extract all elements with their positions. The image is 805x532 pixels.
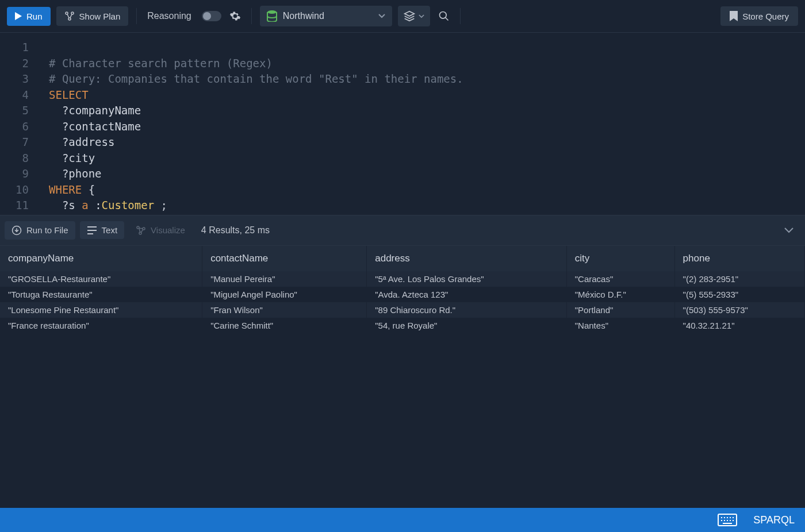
- show-plan-button[interactable]: Show Plan: [56, 6, 129, 26]
- table-cell[interactable]: "5ª Ave. Los Palos Grandes": [367, 271, 567, 287]
- code-line[interactable]: SELECT: [49, 87, 805, 103]
- svg-point-1: [71, 12, 74, 14]
- code-line[interactable]: ?companyName: [49, 103, 805, 119]
- divider: [251, 8, 252, 24]
- layers-button[interactable]: [398, 6, 430, 26]
- chevron-down-icon: [378, 14, 385, 18]
- run-button[interactable]: Run: [7, 7, 51, 26]
- keyboard-button[interactable]: [718, 514, 737, 526]
- table-cell[interactable]: "Fran Wilson": [202, 302, 367, 318]
- table-cell[interactable]: "Tortuga Restaurante": [0, 287, 202, 302]
- line-number: 8: [0, 151, 29, 167]
- top-toolbar: Run Show Plan Reasoning Northwind: [0, 0, 805, 33]
- code-line[interactable]: ?s a :Customer ;: [49, 198, 805, 214]
- chevron-down-icon: [784, 228, 793, 233]
- line-number: 2: [0, 56, 29, 72]
- table-cell[interactable]: "(2) 283-2951": [674, 271, 804, 287]
- table-cell[interactable]: "40.32.21.21": [674, 318, 804, 333]
- line-number: 5: [0, 103, 29, 119]
- results-empty-area: [0, 333, 805, 508]
- code-line[interactable]: # Character search pattern (Regex): [49, 56, 805, 72]
- code-line[interactable]: WHERE {: [49, 182, 805, 198]
- text-label: Text: [102, 225, 118, 235]
- table-cell[interactable]: "Carine Schmitt": [202, 318, 367, 333]
- show-plan-label: Show Plan: [79, 11, 121, 21]
- results-toolbar: Run to File Text Visualize 4 Results, 25…: [0, 215, 805, 246]
- table-cell[interactable]: "(503) 555-9573": [674, 302, 804, 318]
- code-line[interactable]: ?city: [49, 151, 805, 167]
- line-number: 1: [0, 40, 29, 56]
- plan-icon: [64, 11, 75, 21]
- column-header[interactable]: companyName: [0, 246, 202, 271]
- database-icon: [267, 10, 277, 22]
- results-header-row: companyNamecontactNameaddresscityphone: [0, 246, 805, 271]
- results-table: companyNamecontactNameaddresscityphone "…: [0, 246, 805, 333]
- layers-icon: [404, 10, 415, 22]
- column-header[interactable]: contactName: [202, 246, 367, 271]
- table-cell[interactable]: "54, rue Royale": [367, 318, 567, 333]
- run-to-file-label: Run to File: [26, 225, 68, 235]
- table-row[interactable]: "France restauration""Carine Schmitt""54…: [0, 318, 805, 333]
- table-row[interactable]: "GROSELLA-Restaurante""Manuel Pereira""5…: [0, 271, 805, 287]
- code-line[interactable]: [49, 40, 805, 56]
- table-row[interactable]: "Tortuga Restaurante""Miguel Angel Paoli…: [0, 287, 805, 302]
- divider: [460, 8, 461, 24]
- language-indicator[interactable]: SPARQL: [753, 514, 795, 526]
- store-query-label: Store Query: [742, 11, 789, 21]
- table-cell[interactable]: "Portland": [566, 302, 674, 318]
- play-icon: [15, 12, 22, 20]
- line-number: 4: [0, 87, 29, 103]
- settings-gear-button[interactable]: [227, 8, 243, 24]
- query-editor[interactable]: 1234567891011121314151617181920 # Charac…: [0, 33, 805, 215]
- table-cell[interactable]: "GROSELLA-Restaurante": [0, 271, 202, 287]
- code-line[interactable]: ?contactName: [49, 119, 805, 135]
- table-cell[interactable]: "89 Chiaroscuro Rd.": [367, 302, 567, 318]
- gear-icon: [229, 10, 241, 22]
- table-cell[interactable]: "Caracas": [566, 271, 674, 287]
- status-bar: SPARQL: [0, 508, 805, 532]
- code-line[interactable]: # Query: Companies that contain the word…: [49, 71, 805, 87]
- svg-point-0: [66, 12, 68, 14]
- reasoning-toggle[interactable]: [202, 11, 221, 21]
- svg-point-4: [439, 12, 446, 19]
- svg-point-2: [68, 18, 71, 20]
- table-cell[interactable]: "France restauration": [0, 318, 202, 333]
- table-row[interactable]: "Lonesome Pine Restaurant""Fran Wilson""…: [0, 302, 805, 318]
- line-number: 9: [0, 166, 29, 182]
- store-query-button[interactable]: Store Query: [720, 6, 798, 26]
- line-number-gutter: 1234567891011121314151617181920: [0, 40, 37, 215]
- table-cell[interactable]: "México D.F.": [566, 287, 674, 302]
- table-cell[interactable]: "Lonesome Pine Restaurant": [0, 302, 202, 318]
- table-cell[interactable]: "(5) 555-2933": [674, 287, 804, 302]
- divider: [136, 8, 137, 24]
- download-icon: [12, 225, 22, 236]
- column-header[interactable]: address: [367, 246, 567, 271]
- line-number: 7: [0, 134, 29, 151]
- code-line[interactable]: ?address: [49, 134, 805, 151]
- collapse-results-button[interactable]: [784, 228, 800, 233]
- line-number: 10: [0, 182, 29, 198]
- run-to-file-button[interactable]: Run to File: [5, 221, 75, 240]
- svg-point-3: [267, 10, 277, 14]
- table-cell[interactable]: "Avda. Azteca 123": [367, 287, 567, 302]
- column-header[interactable]: city: [566, 246, 674, 271]
- line-number: 6: [0, 119, 29, 135]
- visualize-label: Visualize: [151, 225, 185, 235]
- chevron-down-icon: [419, 14, 424, 18]
- column-header[interactable]: phone: [674, 246, 804, 271]
- visualize-button: Visualize: [129, 221, 192, 240]
- table-cell[interactable]: "Manuel Pereira": [202, 271, 367, 287]
- code-area[interactable]: # Character search pattern (Regex)# Quer…: [37, 40, 805, 215]
- text-view-button[interactable]: Text: [80, 221, 125, 239]
- code-line[interactable]: ?phone: [49, 166, 805, 182]
- results-summary: 4 Results, 25 ms: [197, 225, 270, 236]
- search-button[interactable]: [436, 8, 452, 24]
- reasoning-label: Reasoning: [145, 11, 194, 21]
- database-selector[interactable]: Northwind: [260, 6, 392, 26]
- table-cell[interactable]: "Miguel Angel Paolino": [202, 287, 367, 302]
- table-cell[interactable]: "Nantes": [566, 318, 674, 333]
- line-number: 11: [0, 198, 29, 214]
- search-icon: [438, 10, 450, 22]
- run-label: Run: [26, 11, 43, 21]
- visualize-icon: [136, 225, 146, 236]
